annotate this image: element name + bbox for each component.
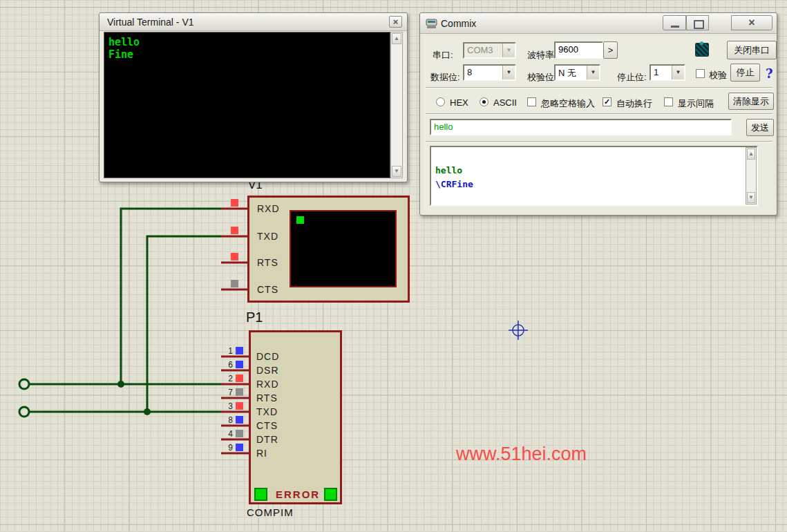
hex-radio[interactable] — [436, 97, 445, 106]
pin-state-indicator — [236, 402, 243, 410]
chevron-down-icon[interactable]: ▼ — [587, 66, 599, 79]
scroll-down-icon[interactable]: ▼ — [392, 166, 401, 177]
watermark-text: www.51hei.com — [456, 444, 587, 465]
hex-radio-label[interactable]: HEX — [450, 97, 468, 108]
commix-titlebar[interactable]: Commix — [420, 13, 777, 34]
databits-label: 数据位: — [430, 71, 460, 84]
stopbits-label: 停止位: — [617, 71, 647, 84]
p1-pin-label: RXD — [256, 379, 279, 390]
auto-newline-label[interactable]: 自动换行 — [616, 97, 652, 110]
p1-pin-label: DSR — [256, 365, 279, 376]
pin-state-indicator — [231, 199, 238, 207]
clear-display-button[interactable]: 清除显示 — [728, 93, 774, 110]
terminal-node[interactable] — [19, 379, 29, 389]
close-icon[interactable]: × — [731, 15, 772, 30]
wire-net[interactable] — [30, 209, 221, 412]
maximize-icon[interactable] — [686, 15, 709, 30]
pin-state-indicator — [231, 280, 238, 287]
help-icon[interactable]: ? — [766, 66, 773, 81]
show-interval-label[interactable]: 显示间隔 — [678, 97, 714, 110]
auto-newline-checkbox[interactable]: ✓ — [603, 97, 611, 106]
error-label: ERROR — [276, 488, 320, 500]
v1-display-screen[interactable] — [290, 210, 397, 287]
terminal-line: hello — [108, 36, 386, 48]
wire-rxd-vertical[interactable] — [121, 209, 221, 384]
ascii-radio-label[interactable]: ASCII — [493, 97, 517, 108]
pin-state-indicator — [236, 347, 243, 354]
chevron-down-icon[interactable]: ▼ — [672, 66, 684, 79]
v1-pin-label-cts: CTS — [257, 284, 278, 295]
commix-app-icon — [426, 19, 437, 29]
send-input[interactable]: hello — [430, 119, 732, 135]
chevron-down-icon[interactable]: ▼ — [502, 44, 515, 57]
minimize-icon[interactable] — [663, 15, 686, 30]
stopbits-value: 1 — [654, 67, 658, 77]
origin-crosshair-icon — [509, 321, 528, 340]
scroll-up-icon[interactable]: ▲ — [392, 33, 401, 44]
parity-select[interactable]: N 无 ▼ — [554, 64, 600, 81]
pin-state-indicator — [236, 444, 243, 451]
pin-state-indicator — [231, 253, 238, 260]
close-icon[interactable]: × — [389, 16, 402, 28]
virtual-terminal-window: Virtual Terminal - V1 × hello Fine ▲ ▼ — [99, 12, 408, 182]
log-line: hello — [431, 164, 757, 178]
chevron-down-icon[interactable]: ▼ — [502, 66, 515, 79]
ignore-space-checkbox[interactable] — [527, 97, 536, 106]
component-ref-label[interactable]: P1 — [246, 310, 263, 325]
radio-dot — [482, 100, 486, 104]
show-interval-checkbox[interactable] — [664, 97, 673, 106]
parity-check-checkbox[interactable] — [696, 69, 705, 78]
terminal-output-area[interactable]: hello Fine — [104, 32, 390, 178]
separator — [426, 113, 772, 115]
baud-more-button[interactable]: > — [603, 41, 618, 59]
baud-label: 波特率: — [527, 49, 557, 61]
error-led-right — [324, 488, 337, 501]
ignore-space-label[interactable]: 忽略空格输入 — [541, 97, 595, 110]
v1-pin-label-rts: RTS — [257, 257, 278, 268]
log-scrollbar[interactable]: ▲ ▼ — [746, 147, 757, 205]
p1-pin-label: RTS — [256, 392, 278, 403]
p1-pin-label: CTS — [256, 420, 278, 431]
baud-input[interactable]: 9600 — [554, 41, 603, 59]
commix-log-area[interactable]: hello \CRFine ▲ ▼ — [430, 146, 758, 206]
gift-icon[interactable] — [695, 43, 709, 57]
separator — [426, 87, 772, 88]
virtual-terminal-titlebar[interactable]: Virtual Terminal - V1 — [99, 13, 407, 31]
log-line: \CRFine — [431, 178, 757, 191]
send-button[interactable]: 发送 — [746, 119, 774, 136]
scroll-up-icon[interactable]: ▲ — [747, 149, 755, 160]
commix-window: Commix × 串口: COM3 ▼ 波特率: 9600 > 关闭串口 数据位… — [419, 12, 777, 216]
databits-select[interactable]: 8 ▼ — [463, 64, 516, 81]
v1-pin-label-txd: TXD — [257, 231, 278, 242]
p1-pin-number: 9 — [222, 443, 233, 453]
v1-pin-stubs — [221, 209, 247, 289]
terminal-cursor — [296, 216, 304, 224]
close-port-button[interactable]: 关闭串口 — [727, 41, 777, 59]
pin-state-indicator — [236, 416, 243, 424]
p1-pin-label: RI — [256, 448, 267, 459]
port-select[interactable]: COM3 ▼ — [463, 42, 516, 59]
p1-pin-number: 1 — [222, 346, 233, 356]
stopbits-select[interactable]: 1 ▼ — [649, 64, 685, 81]
terminal-node[interactable] — [19, 407, 29, 417]
v1-pin-label-rxd: RXD — [257, 203, 280, 214]
ascii-radio[interactable] — [480, 97, 489, 106]
p1-pin-label: DTR — [256, 434, 278, 445]
wire-txd-vertical[interactable] — [147, 236, 221, 412]
commix-client-area: 串口: COM3 ▼ 波特率: 9600 > 关闭串口 数据位: 8 ▼ 校验位… — [424, 35, 774, 211]
terminal-line: Fine — [108, 48, 386, 61]
scroll-down-icon[interactable]: ▼ — [747, 192, 755, 203]
stop-button[interactable]: 停止 — [730, 64, 760, 82]
component-part-label[interactable]: COMPIM — [247, 506, 294, 518]
port-label: 串口: — [433, 49, 453, 61]
wire-junction-dot — [144, 408, 151, 415]
pin-state-indicator — [236, 388, 243, 396]
parity-label: 校验位: — [527, 71, 557, 84]
p1-pin-number: 2 — [222, 374, 233, 383]
pin-state-indicator — [231, 227, 238, 234]
wire-junction-dot — [117, 381, 124, 388]
p1-pin-number: 3 — [222, 401, 233, 411]
terminal-scrollbar[interactable]: ▲ ▼ — [390, 32, 403, 178]
pin-state-indicator — [236, 361, 243, 368]
p1-pin-number: 8 — [222, 415, 233, 425]
